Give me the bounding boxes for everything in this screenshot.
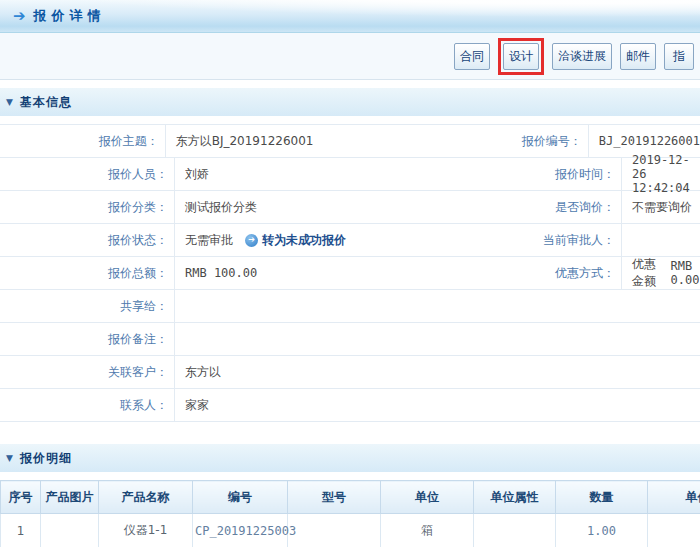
discount-amount: RMB 0.00 (671, 259, 700, 287)
field-value: 测试报价分类 (175, 191, 430, 223)
field-value: 家家 (175, 389, 700, 421)
convert-arrow-icon: ➔ (245, 234, 258, 247)
cell-product-code-link[interactable]: CP_20191225003 (193, 514, 288, 547)
table-row: 1 仪器1-1 CP_20191225003 箱 1.00 (1, 514, 700, 547)
field-label: 是否询价： (430, 191, 622, 223)
column-header-product-name: 产品名称 (99, 481, 193, 514)
cell-product-name: 仪器1-1 (99, 514, 193, 547)
page-banner: ➔ 报价详情 (0, 0, 700, 33)
field-value: 2019-12-26 12:42:04 (622, 158, 700, 190)
field-value (175, 323, 700, 355)
field-label: 当前审批人： (430, 224, 622, 256)
section-title: 基本信息 (20, 94, 72, 111)
field-value: 东方以 (175, 356, 700, 388)
collapse-triangle-icon: ▼ (6, 454, 13, 463)
field-value: 东方以BJ_20191226001 (166, 125, 407, 157)
form-row: 报价分类： 测试报价分类 是否询价： 不需要询价 (0, 191, 700, 224)
column-header-unit-price: 单价 (648, 481, 700, 514)
field-label: 联系人： (0, 389, 175, 421)
field-label: 报价总额： (0, 257, 175, 289)
column-header-model: 型号 (288, 481, 381, 514)
field-value: 不需要询价 (622, 191, 700, 223)
cell-product-image (41, 514, 99, 547)
highlight-box: 设计 (498, 38, 544, 75)
section-header-basic-info[interactable]: ▼ 基本信息 (0, 88, 700, 116)
field-label: 报价备注： (0, 323, 175, 355)
toolbar-button-clipped[interactable]: 指 (664, 43, 694, 70)
toolbar: 合同 设计 洽谈进展 邮件 指 (0, 33, 700, 80)
section-title: 报价明细 (20, 450, 72, 467)
toolbar-button-mail[interactable]: 邮件 (620, 43, 656, 70)
quotation-detail-table: 序号 产品图片 产品名称 编号 型号 单位 单位属性 数量 单价 1 仪器1-1… (0, 480, 700, 547)
form-row: 报价备注： (0, 323, 700, 356)
section-header-quotation-detail[interactable]: ▼ 报价明细 (0, 444, 700, 472)
field-value (622, 224, 700, 256)
column-header-code: 编号 (193, 481, 288, 514)
collapse-triangle-icon: ▼ (6, 98, 13, 107)
arrow-right-icon: ➔ (13, 9, 26, 24)
column-header-unit-attribute: 单位属性 (474, 481, 556, 514)
status-text: 无需审批 (185, 232, 233, 249)
form-row: 关联客户： 东方以 (0, 356, 700, 389)
column-header-quantity: 数量 (556, 481, 648, 514)
discount-value: 优惠金额 RMB 0.00 (622, 257, 700, 289)
field-label: 报价人员： (0, 158, 175, 190)
toolbar-button-negotiation-progress[interactable]: 洽谈进展 (552, 43, 612, 70)
column-header-index: 序号 (1, 481, 41, 514)
basic-info-form: 报价主题： 东方以BJ_20191226001 报价编号： BJ_2019122… (0, 124, 700, 422)
form-row: 共享给： (0, 290, 700, 323)
field-label: 共享给： (0, 290, 175, 322)
cell-model (288, 514, 381, 547)
column-header-unit: 单位 (381, 481, 474, 514)
cell-unit-price (648, 514, 700, 547)
field-label: 报价时间： (430, 158, 622, 190)
cell-unit: 箱 (381, 514, 474, 547)
field-label: 关联客户： (0, 356, 175, 388)
form-row: 报价人员： 刘娇 报价时间： 2019-12-26 12:42:04 (0, 158, 700, 191)
form-row: 报价状态： 无需审批 ➔ 转为未成功报价 当前审批人： (0, 224, 700, 257)
field-label: 报价编号： (407, 125, 589, 157)
toolbar-button-contract[interactable]: 合同 (454, 43, 490, 70)
field-label: 优惠方式： (430, 257, 622, 289)
form-row: 报价主题： 东方以BJ_20191226001 报价编号： BJ_2019122… (0, 125, 700, 158)
form-row: 报价总额： RMB 100.00 优惠方式： 优惠金额 RMB 0.00 (0, 257, 700, 290)
field-label: 报价状态： (0, 224, 175, 256)
field-label: 报价分类： (0, 191, 175, 223)
toolbar-button-design[interactable]: 设计 (503, 43, 539, 70)
table-header-row: 序号 产品图片 产品名称 编号 型号 单位 单位属性 数量 单价 (1, 481, 700, 514)
discount-type: 优惠金额 (632, 256, 657, 290)
field-value: RMB 100.00 (175, 257, 430, 289)
cell-unit-attribute (474, 514, 556, 547)
page-title: 报价详情 (34, 7, 106, 25)
quotation-status-value: 无需审批 ➔ 转为未成功报价 (175, 224, 430, 256)
form-row: 联系人： 家家 (0, 389, 700, 422)
cell-quantity: 1.00 (556, 514, 648, 547)
cell-index: 1 (1, 514, 41, 547)
column-header-product-image: 产品图片 (41, 481, 99, 514)
convert-to-unsuccessful-link[interactable]: 转为未成功报价 (262, 232, 346, 249)
field-value: 刘娇 (175, 158, 430, 190)
field-label: 报价主题： (0, 125, 166, 157)
field-value (175, 290, 700, 322)
